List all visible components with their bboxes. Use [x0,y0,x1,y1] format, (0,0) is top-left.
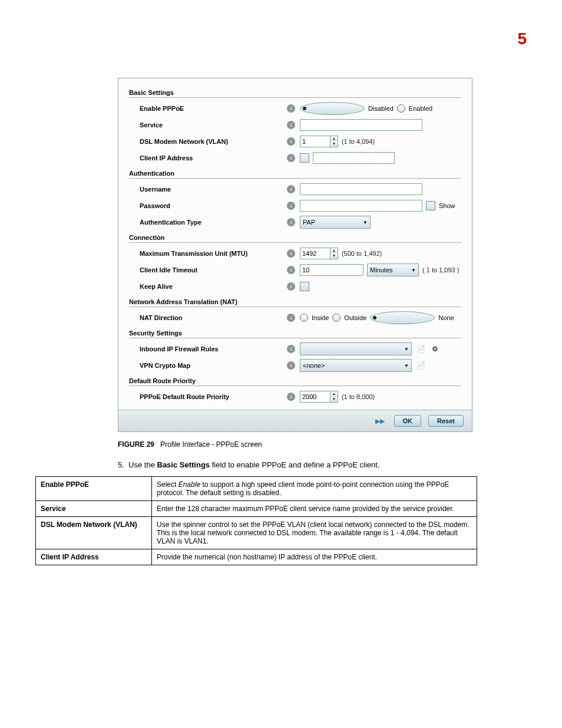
info-icon[interactable]: i [287,314,295,322]
reset-button[interactable]: Reset [428,415,464,427]
label-vpn: VPN Crypto Map [129,362,287,369]
table-row: DSL Modem Network (VLAN)Use the spinner … [36,517,477,549]
info-icon[interactable]: i [287,361,295,370]
label-keepalive: Keep Alive [129,283,287,290]
label-auth-type: Authentication Type [129,219,287,226]
idle-value[interactable] [300,264,363,276]
auth-type-select[interactable]: PAP▼ [300,216,371,229]
gear-icon[interactable]: ⚙ [429,344,440,354]
vpn-select[interactable]: <none>▼ [300,359,412,372]
info-icon[interactable]: i [287,393,295,401]
show-password-checkbox[interactable] [426,201,435,210]
label-username: Username [129,186,287,193]
service-input[interactable] [300,119,422,131]
client-ip-checkbox[interactable] [300,153,309,163]
idle-unit-select[interactable]: Minutes▼ [367,263,419,276]
chevron-down-icon: ▼ [363,220,368,225]
radio-inside[interactable] [300,314,308,322]
chevron-down-icon: ▼ [404,363,409,368]
idle-hint: ( 1 to 1,093 ) [422,266,459,274]
route-value[interactable] [300,391,330,403]
radio-inside-label: Inside [312,314,329,321]
button-bar: ▶▶ OK Reset [118,410,472,431]
group-route: Default Route Priority [129,377,461,384]
spin-down-icon[interactable]: ▼ [330,253,338,259]
radio-enabled-label: Enabled [409,105,432,112]
chapter-number: 5 [35,29,527,48]
group-nat: Network Address Translation (NAT) [129,298,461,305]
mtu-hint: (500 to 1,492) [342,250,382,257]
label-service: Service [129,121,287,129]
vlan-hint: (1 to 4,094) [342,138,375,145]
info-icon[interactable]: i [287,185,295,193]
radio-enabled[interactable] [397,104,405,113]
firewall-select[interactable]: ▼ [300,342,412,355]
label-dsl-vlan: DSL Modem Network (VLAN) [129,138,287,145]
group-conn: Connection [129,234,461,241]
info-icon[interactable]: i [287,154,295,162]
spin-up-icon[interactable]: ▲ [330,248,338,253]
label-route-pri: PPPoE Default Route Priority [129,393,287,400]
spin-down-icon[interactable]: ▼ [330,397,338,402]
label-enable-pppoe: Enable PPPoE [129,105,287,112]
mtu-value[interactable] [300,248,330,259]
label-client-ip: Client IP Address [129,154,287,162]
ip-input[interactable]: ... [313,152,395,164]
info-icon[interactable]: i [287,249,295,258]
label-nat-dir: NAT Direction [129,314,287,321]
info-icon[interactable]: i [287,218,295,226]
ok-button[interactable]: OK [394,415,422,427]
label-firewall: Inbound IP Firewall Rules [129,345,287,353]
group-basic: Basic Settings [129,89,461,96]
radio-disabled-label: Disabled [368,105,394,112]
route-spinner[interactable]: ▲▼ [300,391,338,403]
radio-outside[interactable] [332,314,340,322]
info-icon[interactable]: i [287,345,295,353]
radio-disabled[interactable] [300,102,365,115]
label-mtu: Maximum Transmission Unit (MTU) [129,250,287,257]
table-row: Client IP AddressProvide the numerical (… [36,549,477,565]
radio-outside-label: Outside [344,314,366,321]
info-icon[interactable]: i [287,202,295,210]
password-input[interactable] [300,200,422,212]
settings-table: Enable PPPoESelect Enable to support a h… [35,476,477,565]
info-icon[interactable]: i [287,282,295,291]
spin-down-icon[interactable]: ▼ [330,141,338,147]
add-icon[interactable]: 📄 [415,344,426,354]
chevron-down-icon: ▼ [411,268,416,273]
radio-none[interactable] [370,311,435,324]
username-input[interactable] [300,183,422,195]
info-icon[interactable]: i [287,121,295,129]
label-idle: Client Idle Timeout [129,266,287,274]
route-hint: (1 to 8,000) [342,393,375,400]
mtu-spinner[interactable]: ▲▼ [300,248,338,259]
add-icon[interactable]: 📄 [415,360,426,371]
group-auth: Authentication [129,170,461,177]
label-password: Password [129,202,287,209]
spin-up-icon[interactable]: ▲ [330,391,338,397]
settings-panel: Basic Settings Enable PPPoE i Disabled E… [118,78,472,432]
fast-forward-icon: ▶▶ [375,417,385,425]
chevron-down-icon: ▼ [404,347,409,352]
info-icon[interactable]: i [287,137,295,146]
radio-none-label: None [438,314,454,321]
step-5: 5. Use the Basic Settings field to enabl… [118,460,527,469]
table-row: Enable PPPoESelect Enable to support a h… [36,477,477,501]
info-icon[interactable]: i [287,266,295,274]
group-sec: Security Settings [129,330,461,337]
show-label: Show [439,202,455,209]
vlan-value[interactable] [300,136,330,147]
keepalive-checkbox[interactable] [300,282,309,291]
table-row: ServiceEnter the 128 character maximum P… [36,501,477,517]
figure-caption: FIGURE 29 Profile Interface - PPPoE scre… [118,440,527,449]
spin-up-icon[interactable]: ▲ [330,136,338,141]
info-icon[interactable]: i [287,104,295,113]
vlan-spinner[interactable]: ▲▼ [300,136,338,147]
